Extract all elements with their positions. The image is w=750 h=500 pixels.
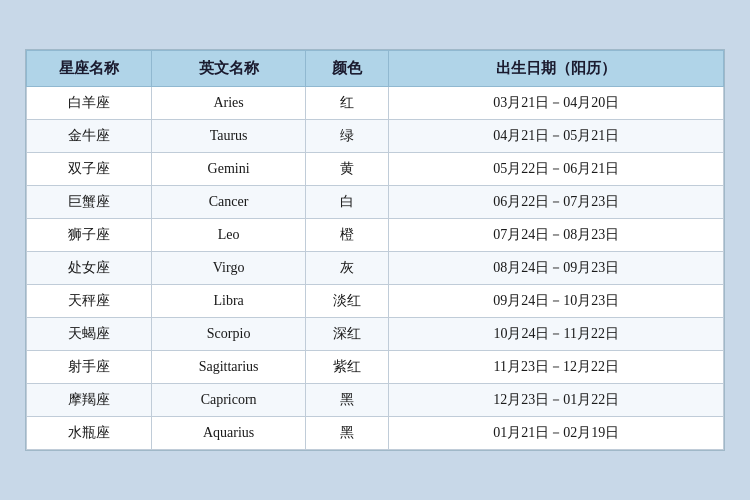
cell-cn: 天秤座 [27, 285, 152, 318]
table-row: 双子座Gemini黄05月22日－06月21日 [27, 153, 724, 186]
cell-cn: 金牛座 [27, 120, 152, 153]
cell-en: Taurus [152, 120, 305, 153]
cell-en: Leo [152, 219, 305, 252]
table-row: 水瓶座Aquarius黑01月21日－02月19日 [27, 417, 724, 450]
cell-color: 深红 [305, 318, 389, 351]
cell-color: 淡红 [305, 285, 389, 318]
table-row: 射手座Sagittarius紫红11月23日－12月22日 [27, 351, 724, 384]
cell-date: 11月23日－12月22日 [389, 351, 724, 384]
cell-cn: 狮子座 [27, 219, 152, 252]
cell-date: 06月22日－07月23日 [389, 186, 724, 219]
cell-color: 橙 [305, 219, 389, 252]
cell-color: 黑 [305, 384, 389, 417]
table-row: 天蝎座Scorpio深红10月24日－11月22日 [27, 318, 724, 351]
cell-cn: 射手座 [27, 351, 152, 384]
cell-date: 04月21日－05月21日 [389, 120, 724, 153]
cell-cn: 摩羯座 [27, 384, 152, 417]
table-row: 白羊座Aries红03月21日－04月20日 [27, 87, 724, 120]
cell-date: 12月23日－01月22日 [389, 384, 724, 417]
cell-en: Sagittarius [152, 351, 305, 384]
header-cn: 星座名称 [27, 51, 152, 87]
zodiac-table-container: 星座名称 英文名称 颜色 出生日期（阳历） 白羊座Aries红03月21日－04… [25, 49, 725, 451]
table-row: 天秤座Libra淡红09月24日－10月23日 [27, 285, 724, 318]
cell-cn: 双子座 [27, 153, 152, 186]
cell-date: 03月21日－04月20日 [389, 87, 724, 120]
header-color: 颜色 [305, 51, 389, 87]
table-row: 处女座Virgo灰08月24日－09月23日 [27, 252, 724, 285]
cell-cn: 巨蟹座 [27, 186, 152, 219]
cell-en: Gemini [152, 153, 305, 186]
header-date: 出生日期（阳历） [389, 51, 724, 87]
cell-en: Aquarius [152, 417, 305, 450]
cell-date: 08月24日－09月23日 [389, 252, 724, 285]
table-row: 金牛座Taurus绿04月21日－05月21日 [27, 120, 724, 153]
cell-date: 01月21日－02月19日 [389, 417, 724, 450]
cell-color: 白 [305, 186, 389, 219]
cell-date: 10月24日－11月22日 [389, 318, 724, 351]
cell-date: 07月24日－08月23日 [389, 219, 724, 252]
cell-date: 05月22日－06月21日 [389, 153, 724, 186]
cell-cn: 处女座 [27, 252, 152, 285]
table-header-row: 星座名称 英文名称 颜色 出生日期（阳历） [27, 51, 724, 87]
table-row: 巨蟹座Cancer白06月22日－07月23日 [27, 186, 724, 219]
cell-color: 黑 [305, 417, 389, 450]
table-row: 狮子座Leo橙07月24日－08月23日 [27, 219, 724, 252]
cell-en: Capricorn [152, 384, 305, 417]
cell-cn: 水瓶座 [27, 417, 152, 450]
cell-color: 绿 [305, 120, 389, 153]
cell-color: 红 [305, 87, 389, 120]
cell-color: 黄 [305, 153, 389, 186]
header-en: 英文名称 [152, 51, 305, 87]
cell-en: Scorpio [152, 318, 305, 351]
cell-en: Libra [152, 285, 305, 318]
cell-en: Cancer [152, 186, 305, 219]
table-row: 摩羯座Capricorn黑12月23日－01月22日 [27, 384, 724, 417]
cell-color: 紫红 [305, 351, 389, 384]
cell-date: 09月24日－10月23日 [389, 285, 724, 318]
zodiac-table: 星座名称 英文名称 颜色 出生日期（阳历） 白羊座Aries红03月21日－04… [26, 50, 724, 450]
cell-en: Virgo [152, 252, 305, 285]
cell-cn: 天蝎座 [27, 318, 152, 351]
cell-color: 灰 [305, 252, 389, 285]
cell-en: Aries [152, 87, 305, 120]
cell-cn: 白羊座 [27, 87, 152, 120]
